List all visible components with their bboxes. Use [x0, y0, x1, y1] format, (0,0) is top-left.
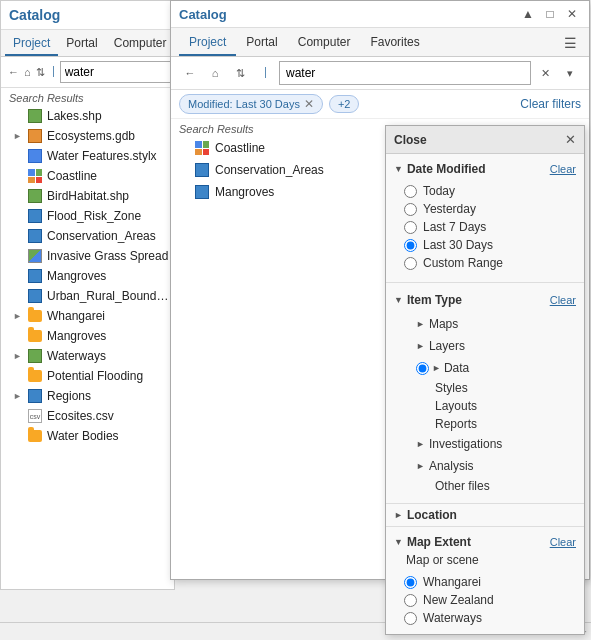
filter-option-last30[interactable]: Last 30 Days	[404, 236, 578, 254]
filter-option-reports[interactable]: Reports	[404, 415, 578, 433]
left-toolbar: ← ⌂ ⇅ ⏐	[1, 57, 174, 88]
investigations-sub-header[interactable]: ► Investigations	[416, 435, 578, 453]
data-sub-header[interactable]: ► Data	[416, 359, 578, 377]
main-tab-computer[interactable]: Computer	[288, 30, 361, 56]
filter-option-custom[interactable]: Custom Range	[404, 254, 578, 272]
filter-option-whangarei[interactable]: Whangarei	[404, 573, 578, 591]
filter-chip-more[interactable]: +2	[329, 95, 360, 113]
left-catalog-panel: Catalog Project Portal Computer ← ⌂ ⇅ ⏐ …	[0, 0, 175, 590]
layers-arrow: ►	[416, 341, 425, 351]
item-type-header[interactable]: ▼ Item Type Clear	[392, 289, 578, 311]
analysis-sub-header[interactable]: ► Analysis	[416, 457, 578, 475]
list-item[interactable]: Water Bodies	[1, 426, 174, 446]
data-radio[interactable]	[416, 362, 429, 375]
analysis-label: Analysis	[429, 459, 474, 473]
layers-label: Layers	[429, 339, 465, 353]
layers-sub-header[interactable]: ► Layers	[416, 337, 578, 355]
chip-close-button[interactable]: ✕	[304, 97, 314, 111]
float-button[interactable]: □	[541, 5, 559, 23]
custom-label: Custom Range	[423, 256, 503, 270]
yesterday-radio[interactable]	[404, 203, 417, 216]
map-icon	[27, 248, 43, 264]
list-item[interactable]: Mangroves	[1, 326, 174, 346]
reports-label: Reports	[435, 417, 477, 431]
main-tab-portal[interactable]: Portal	[236, 30, 287, 56]
list-item[interactable]: ► Whangarei	[1, 306, 174, 326]
coastline-icon	[195, 141, 209, 155]
filter-chip-modified[interactable]: Modified: Last 30 Days ✕	[179, 94, 323, 114]
map-extent-clear[interactable]: Clear	[550, 536, 576, 548]
custom-radio[interactable]	[404, 257, 417, 270]
list-item[interactable]: ► Waterways	[1, 346, 174, 366]
list-item[interactable]: Potential Flooding	[1, 366, 174, 386]
left-tab-project[interactable]: Project	[5, 32, 58, 56]
filter-option-waterways[interactable]: Waterways	[404, 609, 578, 627]
feature-green-icon	[27, 348, 43, 364]
hamburger-menu[interactable]: ☰	[560, 33, 581, 53]
list-item[interactable]: ► Ecosystems.gdb	[1, 126, 174, 146]
sort-button[interactable]: ⇅	[35, 61, 46, 83]
newzealand-radio[interactable]	[404, 594, 417, 607]
expander-icon: ►	[13, 351, 23, 361]
filter-option-last7[interactable]: Last 7 Days	[404, 218, 578, 236]
list-item[interactable]: Mangroves	[1, 266, 174, 286]
titlebar-controls: ▲ □ ✕	[519, 5, 581, 23]
main-search-clear[interactable]: ✕	[534, 62, 556, 84]
main-search-dropdown[interactable]: ▾	[559, 62, 581, 84]
mangroves-icon	[195, 185, 209, 199]
main-filter-button[interactable]: ⏐	[254, 62, 276, 84]
whangarei-radio[interactable]	[404, 576, 417, 589]
list-item[interactable]: BirdHabitat.shp	[1, 186, 174, 206]
today-radio[interactable]	[404, 185, 417, 198]
last30-radio[interactable]	[404, 239, 417, 252]
filter-option-yesterday[interactable]: Yesterday	[404, 200, 578, 218]
maps-sub-header[interactable]: ► Maps	[416, 315, 578, 333]
expander-icon: ►	[13, 131, 23, 141]
main-home-button[interactable]: ⌂	[204, 62, 226, 84]
filter-option-other-files[interactable]: Other files	[404, 477, 578, 495]
waterways-label: Waterways	[423, 611, 482, 625]
date-modified-header[interactable]: ▼ Date Modified Clear	[392, 158, 578, 180]
last7-radio[interactable]	[404, 221, 417, 234]
map-extent-title-row: ▼ Map Extent	[394, 535, 471, 549]
waterways-radio[interactable]	[404, 612, 417, 625]
pin-button[interactable]: ▲	[519, 5, 537, 23]
close-button[interactable]: ✕	[563, 5, 581, 23]
filter-panel-close-button[interactable]: ✕	[565, 132, 576, 147]
list-item[interactable]: Flood_Risk_Zone	[1, 206, 174, 226]
filter-option-layouts[interactable]: Layouts	[404, 397, 578, 415]
map-extent-section: ▼ Map Extent Clear Map or scene Whangare…	[386, 526, 584, 635]
map-extent-title: Map Extent	[407, 535, 471, 549]
main-back-button[interactable]: ←	[179, 62, 201, 84]
left-tab-computer[interactable]: Computer	[106, 32, 175, 56]
filter-option-new-zealand[interactable]: New Zealand	[404, 591, 578, 609]
map-extent-header[interactable]: ▼ Map Extent Clear	[392, 531, 578, 553]
list-item[interactable]: Conservation_Areas	[1, 226, 174, 246]
main-sort-button[interactable]: ⇅	[229, 62, 251, 84]
back-button[interactable]: ←	[7, 61, 20, 83]
list-item[interactable]: Coastline	[1, 166, 174, 186]
list-item[interactable]: ► Regions	[1, 386, 174, 406]
list-item[interactable]: Lakes.shp	[1, 106, 174, 126]
list-item[interactable]: Water Features.stylx	[1, 146, 174, 166]
left-tab-portal[interactable]: Portal	[58, 32, 105, 56]
main-search-input[interactable]	[279, 61, 531, 85]
filter-option-styles[interactable]: Styles	[404, 379, 578, 397]
item-type-clear[interactable]: Clear	[550, 294, 576, 306]
filter-button[interactable]: ⏐	[49, 61, 57, 83]
conservation-icon	[195, 163, 209, 177]
main-tab-favorites[interactable]: Favorites	[360, 30, 429, 56]
maps-label: Maps	[429, 317, 458, 331]
home-button[interactable]: ⌂	[23, 61, 32, 83]
location-arrow: ►	[394, 510, 403, 520]
location-section[interactable]: ► Location	[386, 503, 584, 526]
map-extent-sublabel: Map or scene	[392, 553, 578, 571]
list-item[interactable]: Invasive Grass Spread	[1, 246, 174, 266]
list-item[interactable]: Urban_Rural_Boundaries	[1, 286, 174, 306]
date-modified-options: Today Yesterday Last 7 Days Last 30 Days…	[392, 180, 578, 276]
clear-filters-button[interactable]: Clear filters	[520, 97, 581, 111]
filter-option-today[interactable]: Today	[404, 182, 578, 200]
date-modified-clear[interactable]: Clear	[550, 163, 576, 175]
main-tab-project[interactable]: Project	[179, 30, 236, 56]
list-item[interactable]: csv Ecosites.csv	[1, 406, 174, 426]
